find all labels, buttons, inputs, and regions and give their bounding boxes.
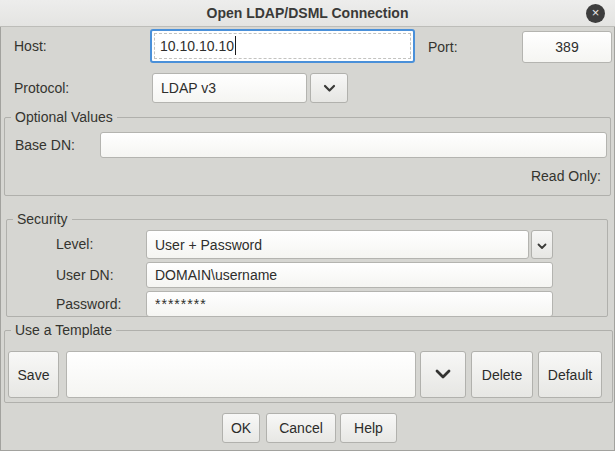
- security-group: Security Level: User DN: Password:: [6, 219, 608, 317]
- template-input[interactable]: [66, 351, 416, 398]
- close-icon: ×: [592, 5, 600, 20]
- delete-button[interactable]: Delete: [471, 351, 533, 398]
- security-level-label: Level:: [56, 230, 93, 259]
- titlebar: Open LDAP/DSML Connection ×: [0, 0, 615, 27]
- optional-values-group: Optional Values Base DN: Read Only:: [4, 117, 611, 196]
- chevron-down-icon: [537, 237, 547, 253]
- save-button[interactable]: Save: [8, 351, 59, 398]
- close-button[interactable]: ×: [586, 4, 605, 23]
- ok-button-label: OK: [231, 420, 251, 436]
- template-dropdown-button[interactable]: [420, 351, 466, 398]
- help-button[interactable]: Help: [340, 413, 397, 443]
- text-cursor: [235, 36, 236, 55]
- user-dn-label: User DN:: [56, 262, 114, 288]
- open-ldap-connection-dialog: Open LDAP/DSML Connection × Host: Port: …: [0, 0, 615, 451]
- chevron-down-icon: [434, 367, 452, 383]
- protocol-label: Protocol:: [14, 73, 69, 103]
- host-input[interactable]: [150, 29, 415, 63]
- ok-button[interactable]: OK: [222, 413, 260, 443]
- port-label: Port:: [428, 31, 458, 63]
- cancel-button[interactable]: Cancel: [266, 413, 336, 443]
- security-level-dropdown-button[interactable]: [531, 230, 553, 259]
- optional-values-group-title: Optional Values: [11, 109, 117, 125]
- save-button-label: Save: [18, 367, 50, 383]
- protocol-input[interactable]: [152, 73, 307, 103]
- window-title: Open LDAP/DSML Connection: [0, 0, 615, 26]
- password-label: Password:: [56, 291, 121, 317]
- help-button-label: Help: [354, 420, 383, 436]
- default-button-label: Default: [548, 367, 592, 383]
- template-group-title: Use a Template: [11, 322, 116, 338]
- host-label: Host:: [14, 29, 47, 63]
- default-button[interactable]: Default: [538, 351, 602, 398]
- port-input[interactable]: [522, 31, 612, 63]
- delete-button-label: Delete: [482, 367, 522, 383]
- user-dn-input[interactable]: [146, 262, 553, 288]
- security-level-input[interactable]: [146, 230, 529, 259]
- template-group: Use a Template Save Delete Default: [4, 330, 613, 403]
- protocol-dropdown-button[interactable]: [310, 73, 348, 103]
- security-group-title: Security: [13, 211, 72, 227]
- chevron-down-icon: [323, 80, 336, 96]
- password-input[interactable]: [146, 291, 553, 317]
- base-dn-label: Base DN:: [15, 132, 75, 158]
- base-dn-input[interactable]: [100, 132, 607, 158]
- cancel-button-label: Cancel: [279, 420, 323, 436]
- read-only-label: Read Only:: [531, 165, 601, 187]
